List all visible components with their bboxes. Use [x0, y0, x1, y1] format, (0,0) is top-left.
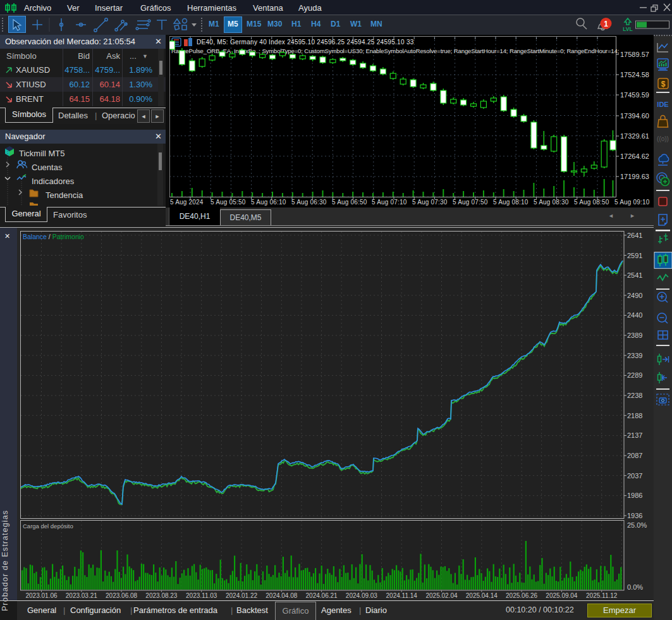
svg-text:IDE: IDE — [657, 101, 668, 108]
svg-text:$: $ — [661, 80, 666, 89]
svg-text:((o)): ((o)) — [657, 135, 669, 142]
